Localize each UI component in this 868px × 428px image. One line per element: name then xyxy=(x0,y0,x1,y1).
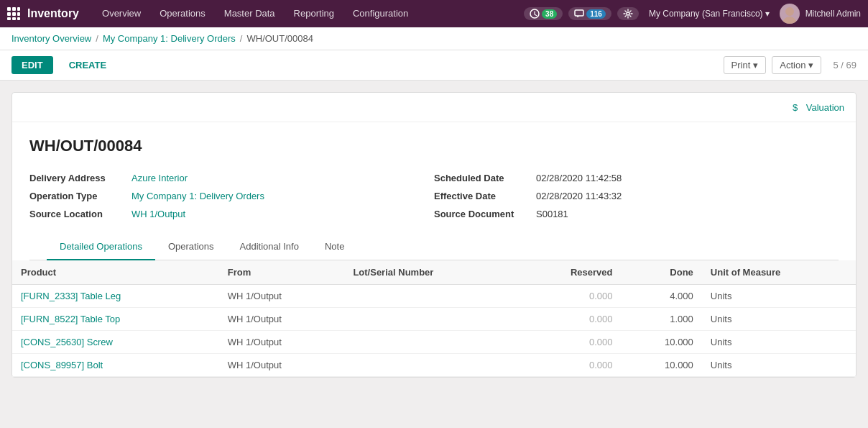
activity-badge: 38 xyxy=(542,9,557,19)
tab-note[interactable]: Note xyxy=(312,234,357,260)
scheduled-date-label: Scheduled Date xyxy=(434,173,527,183)
nav-configuration[interactable]: Configuration xyxy=(344,0,417,27)
source-document-label: Source Document xyxy=(434,209,527,219)
svg-rect-4 xyxy=(12,12,16,16)
svg-rect-7 xyxy=(12,17,16,20)
cell-from: WH 1/Output xyxy=(219,331,345,354)
scheduled-date-row: Scheduled Date 02/28/2020 11:42:58 xyxy=(434,173,839,183)
company-selector[interactable]: My Company (San Francisco) ▾ xyxy=(645,9,774,19)
table-row: [FURN_8522] Table Top WH 1/Output 0.000 … xyxy=(12,308,856,331)
cell-product[interactable]: [CONS_25630] Screw xyxy=(12,331,219,354)
col-lot-serial: Lot/Serial Number xyxy=(344,260,517,285)
field-group-left: Delivery Address Azure Interior Operatio… xyxy=(29,173,434,219)
nav-reporting[interactable]: Reporting xyxy=(285,0,343,27)
operation-type-value[interactable]: My Company 1: Delivery Orders xyxy=(131,191,264,201)
tab-additional-info[interactable]: Additional Info xyxy=(227,234,312,260)
source-document-value: S00181 xyxy=(536,209,568,219)
activity-button[interactable]: 38 xyxy=(524,7,563,20)
nav-master-data[interactable]: Master Data xyxy=(216,0,284,27)
svg-rect-8 xyxy=(17,17,20,20)
operation-type-label: Operation Type xyxy=(29,191,123,201)
field-group-right: Scheduled Date 02/28/2020 11:42:58 Effec… xyxy=(434,173,839,219)
tabs-bar: Detailed Operations Operations Additiona… xyxy=(29,234,839,260)
breadcrumb-delivery-orders[interactable]: My Company 1: Delivery Orders xyxy=(103,33,236,44)
cell-lot-serial xyxy=(344,285,517,308)
effective-date-row: Effective Date 02/28/2020 11:43:32 xyxy=(434,191,839,201)
cell-reserved: 0.000 xyxy=(517,354,621,377)
cell-uom: Units xyxy=(702,354,856,377)
cell-reserved: 0.000 xyxy=(517,331,621,354)
operation-type-row: Operation Type My Company 1: Delivery Or… xyxy=(29,191,434,201)
action-button[interactable]: Action ▾ xyxy=(772,56,821,74)
delivery-address-label: Delivery Address xyxy=(29,173,123,183)
cell-product[interactable]: [FURN_8522] Table Top xyxy=(12,308,219,331)
col-done: Done xyxy=(621,260,701,285)
svg-rect-0 xyxy=(7,7,11,11)
nav-right: 38 116 My Company (San Francisco) ▾ Mitc… xyxy=(524,4,861,24)
main-content: $ Valuation WH/OUT/00084 Delivery Addres… xyxy=(0,81,868,389)
toolbar: EDIT CREATE Print ▾ Action ▾ 5 / 69 xyxy=(0,50,868,81)
cell-done: 10.000 xyxy=(621,331,701,354)
cell-reserved: 0.000 xyxy=(517,285,621,308)
source-document-row: Source Document S00181 xyxy=(434,209,839,219)
cell-lot-serial xyxy=(344,331,517,354)
top-navigation: Inventory Overview Operations Master Dat… xyxy=(0,0,868,27)
app-name: Inventory xyxy=(27,7,79,20)
table-row: [CONS_89957] Bolt WH 1/Output 0.000 10.0… xyxy=(12,354,856,377)
form-card: $ Valuation WH/OUT/00084 Delivery Addres… xyxy=(11,92,857,378)
svg-rect-6 xyxy=(7,17,11,20)
svg-rect-2 xyxy=(17,7,20,11)
col-uom: Unit of Measure xyxy=(702,260,856,285)
cell-product[interactable]: [FURN_2333] Table Leg xyxy=(12,285,219,308)
effective-date-label: Effective Date xyxy=(434,191,527,201)
source-location-value[interactable]: WH 1/Output xyxy=(131,209,185,219)
cell-product[interactable]: [CONS_89957] Bolt xyxy=(12,354,219,377)
table-container: Product From Lot/Serial Number Reserved … xyxy=(12,260,856,377)
table-row: [FURN_2333] Table Leg WH 1/Output 0.000 … xyxy=(12,285,856,308)
cell-from: WH 1/Output xyxy=(219,354,345,377)
form-body: WH/OUT/00084 Delivery Address Azure Inte… xyxy=(12,122,856,260)
source-location-row: Source Location WH 1/Output xyxy=(29,209,434,219)
valuation-button[interactable]: $ Valuation xyxy=(792,101,844,113)
user-name[interactable]: Mitchell Admin xyxy=(805,9,861,19)
message-badge: 116 xyxy=(586,9,606,19)
tab-operations[interactable]: Operations xyxy=(155,234,227,260)
message-button[interactable]: 116 xyxy=(568,7,611,20)
form-card-header: $ Valuation xyxy=(12,93,856,122)
delivery-address-value[interactable]: Azure Interior xyxy=(131,173,188,183)
tab-detailed-operations[interactable]: Detailed Operations xyxy=(47,234,155,260)
edit-button[interactable]: EDIT xyxy=(11,56,53,74)
nav-overview[interactable]: Overview xyxy=(93,0,149,27)
cell-done: 4.000 xyxy=(621,285,701,308)
svg-point-12 xyxy=(782,17,797,24)
record-title: WH/OUT/00084 xyxy=(29,137,839,155)
cell-uom: Units xyxy=(702,308,856,331)
svg-rect-1 xyxy=(12,7,16,11)
settings-button[interactable] xyxy=(617,7,639,20)
scheduled-date-value: 02/28/2020 11:42:58 xyxy=(536,173,622,183)
breadcrumb-current: WH/OUT/00084 xyxy=(246,33,313,44)
create-button[interactable]: CREATE xyxy=(59,56,116,74)
svg-text:$: $ xyxy=(793,102,798,113)
operations-table: Product From Lot/Serial Number Reserved … xyxy=(12,260,856,377)
cell-uom: Units xyxy=(702,331,856,354)
print-button[interactable]: Print ▾ xyxy=(724,56,767,74)
svg-point-11 xyxy=(627,12,629,15)
cell-reserved: 0.000 xyxy=(517,308,621,331)
avatar[interactable] xyxy=(780,4,800,24)
breadcrumb-inventory-overview[interactable]: Inventory Overview xyxy=(11,33,91,44)
cell-uom: Units xyxy=(702,285,856,308)
breadcrumb: Inventory Overview / My Company 1: Deliv… xyxy=(0,27,868,50)
nav-links: Overview Operations Master Data Reportin… xyxy=(93,0,524,27)
cell-done: 10.000 xyxy=(621,354,701,377)
col-product: Product xyxy=(12,260,219,285)
cell-lot-serial xyxy=(344,308,517,331)
svg-point-13 xyxy=(785,7,794,16)
cell-from: WH 1/Output xyxy=(219,308,345,331)
delivery-address-row: Delivery Address Azure Interior xyxy=(29,173,434,183)
cell-done: 1.000 xyxy=(621,308,701,331)
form-fields: Delivery Address Azure Interior Operatio… xyxy=(29,173,839,219)
app-grid-icon[interactable] xyxy=(7,7,20,20)
svg-rect-10 xyxy=(575,10,583,16)
nav-operations[interactable]: Operations xyxy=(151,0,214,27)
